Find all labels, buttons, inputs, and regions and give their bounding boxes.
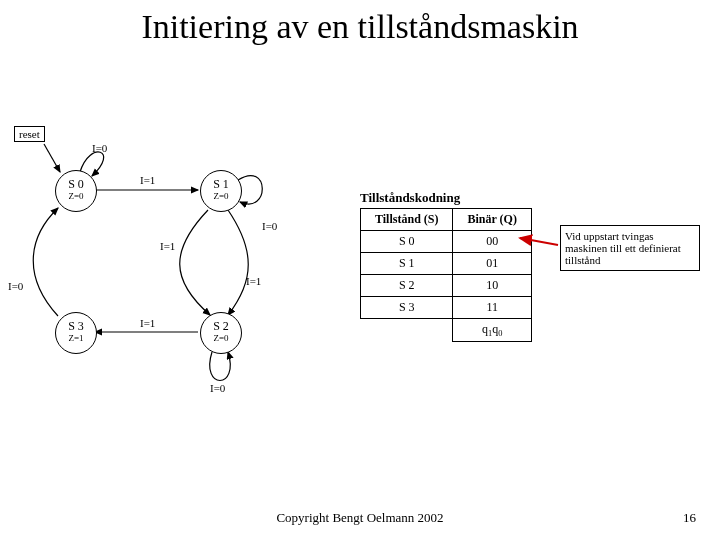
page-title: Initiering av en tillståndsmaskin: [0, 8, 720, 46]
encoding-caption: Tillståndskodning: [360, 190, 532, 206]
callout-box: Vid uppstart tvingas maskinen till ett d…: [560, 225, 700, 271]
encoding-cell: S 3: [361, 297, 453, 319]
state-s3-output: Z=1: [56, 333, 96, 343]
state-s2: S 2 Z=0: [200, 312, 242, 354]
encoding-cell: 10: [453, 275, 531, 297]
table-row: Tillstånd (S) Binär (Q): [361, 209, 532, 231]
encoding-table: Tillstånd (S) Binär (Q) S 0 00 S 1 01 S …: [360, 208, 532, 342]
svg-line-0: [44, 144, 60, 172]
state-s2-output: Z=0: [201, 333, 241, 343]
diagram-svg: [0, 120, 360, 440]
state-s2-label: S 2: [201, 313, 241, 333]
edge-label-s3-s0: I=0: [8, 280, 23, 292]
page-number: 16: [683, 510, 696, 526]
state-s1: S 1 Z=0: [200, 170, 242, 212]
copyright: Copyright Bengt Oelmann 2002: [0, 510, 720, 526]
state-diagram: reset S 0 Z=0 S 1 Z=0 S 2 Z=0 S 3 Z=1 I=…: [0, 120, 360, 420]
table-row: S 0 00: [361, 231, 532, 253]
encoding-table-wrap: Tillståndskodning Tillstånd (S) Binär (Q…: [360, 190, 532, 342]
edge-label-s1-s2-a: I=1: [160, 240, 175, 252]
state-s3: S 3 Z=1: [55, 312, 97, 354]
encoding-cell: S 1: [361, 253, 453, 275]
state-s0-output: Z=0: [56, 191, 96, 201]
state-s3-label: S 3: [56, 313, 96, 333]
edge-label-s1-s2-b: I=1: [246, 275, 261, 287]
state-s1-label: S 1: [201, 171, 241, 191]
state-s1-output: Z=0: [201, 191, 241, 201]
encoding-cell: 11: [453, 297, 531, 319]
encoding-cell: 00: [453, 231, 531, 253]
reset-box: reset: [14, 126, 45, 142]
edge-label-loop-s1: I=0: [262, 220, 277, 232]
encoding-cell: S 2: [361, 275, 453, 297]
encoding-cell: S 0: [361, 231, 453, 253]
table-row: S 3 11: [361, 297, 532, 319]
edge-label-s2-s3: I=1: [140, 317, 155, 329]
edge-label-loop-s0: I=0: [92, 142, 107, 154]
encoding-head-state: Tillstånd (S): [361, 209, 453, 231]
edge-label-s0-s1: I=1: [140, 174, 155, 186]
table-row: q1q0: [361, 319, 532, 342]
edge-label-loop-s2: I=0: [210, 382, 225, 394]
state-s0: S 0 Z=0: [55, 170, 97, 212]
encoding-cell: 01: [453, 253, 531, 275]
slide: Initiering av en tillståndsmaskin: [0, 0, 720, 540]
encoding-foot-sub0: 0: [498, 329, 502, 338]
state-s0-label: S 0: [56, 171, 96, 191]
encoding-head-bin: Binär (Q): [453, 209, 531, 231]
encoding-foot: q1q0: [453, 319, 531, 342]
table-row: S 2 10: [361, 275, 532, 297]
table-row: S 1 01: [361, 253, 532, 275]
